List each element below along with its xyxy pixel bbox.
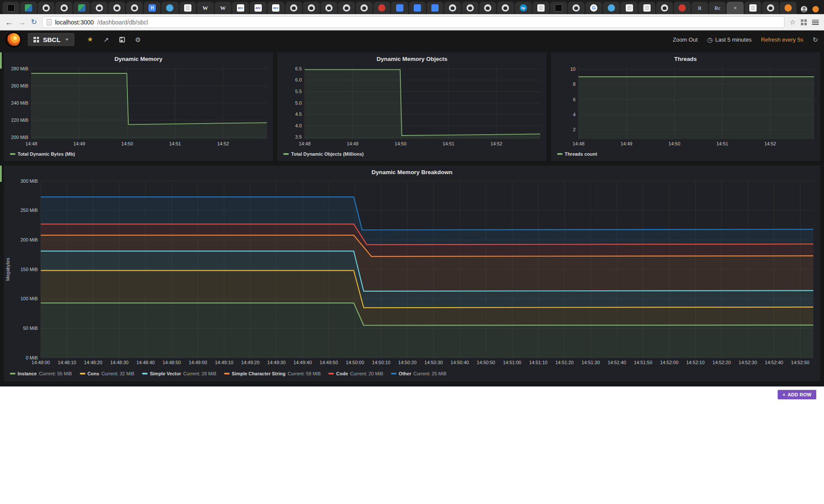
- legend-item[interactable]: InstanceCurrent: 55 MiB: [10, 371, 72, 376]
- browser-tab[interactable]: [568, 2, 585, 14]
- browser-tab[interactable]: [373, 2, 390, 14]
- browser-tab[interactable]: [479, 2, 496, 14]
- browser-tab[interactable]: [161, 2, 178, 14]
- svg-text:14:50:00: 14:50:00: [346, 360, 364, 365]
- browser-tab[interactable]: [656, 2, 673, 14]
- chart-svg[interactable]: 0 MiB50 MiB100 MiB150 MiB200 MiB250 MiB3…: [4, 177, 820, 369]
- browser-tab[interactable]: [427, 2, 443, 14]
- browser-tab[interactable]: G: [585, 2, 602, 14]
- time-range-picker[interactable]: ◷ Last 5 minutes: [707, 36, 752, 43]
- legend-color-icon: [283, 153, 289, 155]
- browser-tab[interactable]: [533, 2, 549, 14]
- svg-text:300 MiB: 300 MiB: [21, 178, 38, 184]
- browser-tab[interactable]: [179, 2, 196, 14]
- bluedoc-favicon: [396, 4, 403, 12]
- refresh-icon[interactable]: ↻: [812, 36, 818, 43]
- browser-tab[interactable]: [109, 2, 125, 14]
- reload-icon[interactable]: ↻: [31, 18, 37, 26]
- url-box[interactable]: localhost:3000 /dashboard/db/sbcl: [42, 16, 784, 28]
- browser-menu-icon[interactable]: [812, 20, 819, 25]
- browser-tab[interactable]: [409, 2, 426, 14]
- share-icon[interactable]: ↗: [103, 36, 109, 43]
- star-dashboard-icon[interactable]: ★: [87, 36, 93, 43]
- browser-tab[interactable]: [338, 2, 355, 14]
- browser-tab[interactable]: [126, 2, 143, 14]
- legend-item[interactable]: Total Dynamic Objects (Millions): [283, 151, 364, 157]
- profile-icon[interactable]: [801, 6, 807, 12]
- browser-tab[interactable]: [91, 2, 108, 14]
- browser-tab[interactable]: W: [197, 2, 214, 14]
- octocat-favicon: [290, 4, 297, 12]
- svg-text:14:51:00: 14:51:00: [503, 360, 521, 365]
- grafana-logo-icon[interactable]: [7, 33, 20, 46]
- chart-svg[interactable]: 200 MiB220 MiB240 MiB260 MiB280 MiB14:48…: [4, 63, 273, 149]
- browser-tab[interactable]: RFC: [267, 2, 284, 14]
- browser-tab[interactable]: [762, 2, 779, 14]
- refresh-interval-button[interactable]: Refresh every 5s: [761, 36, 803, 43]
- legend-series-name: Cons: [88, 371, 100, 376]
- browser-tab[interactable]: RFC: [232, 2, 249, 14]
- legend-item[interactable]: Simple VectorCurrent: 28 MiB: [142, 371, 216, 376]
- panel-title[interactable]: Dynamic Memory Breakdown: [4, 166, 820, 177]
- browser-tab[interactable]: [303, 2, 320, 14]
- add-row-button[interactable]: +ADD ROW: [778, 390, 816, 399]
- browser-tab[interactable]: [55, 2, 72, 14]
- svg-text:14:51:10: 14:51:10: [529, 360, 548, 365]
- legend-item[interactable]: ConsCurrent: 32 MiB: [80, 371, 135, 376]
- browser-tab[interactable]: [550, 2, 567, 14]
- chart-area[interactable]: 200 MiB220 MiB240 MiB260 MiB280 MiB14:48…: [4, 63, 273, 149]
- back-icon[interactable]: ←: [5, 18, 13, 26]
- dashboard-picker[interactable]: SBCL: [28, 33, 74, 46]
- octocat-favicon: [360, 4, 368, 12]
- bookmark-star-icon[interactable]: ☆: [790, 19, 796, 26]
- panel-title[interactable]: Dynamic Memory: [4, 52, 273, 63]
- browser-tab[interactable]: [444, 2, 461, 14]
- browser-tab[interactable]: [780, 2, 797, 14]
- browser-tab[interactable]: R: [691, 2, 708, 14]
- zoom-out-button[interactable]: Zoom Out: [673, 36, 698, 43]
- browser-tab[interactable]: ×: [727, 2, 743, 14]
- legend-item[interactable]: Threads count: [557, 151, 597, 157]
- extensions-icon[interactable]: [801, 19, 807, 25]
- browser-tab[interactable]: [745, 2, 761, 14]
- chart-area[interactable]: 0 MiB50 MiB100 MiB150 MiB200 MiB250 MiB3…: [4, 177, 820, 369]
- settings-gear-icon[interactable]: ⚙: [135, 36, 141, 43]
- panel-title[interactable]: Threads: [551, 52, 820, 63]
- chart-area[interactable]: 3.54.04.55.05.56.06.514:4814:4914:5014:5…: [277, 63, 546, 149]
- browser-tab[interactable]: [3, 2, 19, 14]
- save-icon[interactable]: [119, 37, 125, 42]
- browser-tab[interactable]: [356, 2, 373, 14]
- svg-text:4: 4: [573, 112, 576, 117]
- browser-tab[interactable]: [285, 2, 302, 14]
- browser-tab[interactable]: [321, 2, 337, 14]
- octocat-favicon: [113, 4, 121, 12]
- browser-tab[interactable]: [462, 2, 479, 14]
- legend-item[interactable]: CodeCurrent: 20 MiB: [328, 371, 383, 376]
- svg-text:14:52:20: 14:52:20: [712, 360, 731, 365]
- browser-tab[interactable]: [73, 2, 90, 14]
- legend-item[interactable]: OtherCurrent: 25 MiB: [391, 371, 446, 376]
- chart-svg[interactable]: 24681014:4814:4914:5014:5114:52: [551, 63, 820, 149]
- browser-tab[interactable]: [38, 2, 55, 14]
- row-toggle-top[interactable]: [0, 52, 2, 69]
- browser-tab[interactable]: [674, 2, 691, 14]
- legend-item[interactable]: Total Dynamic Bytes (Mb): [10, 151, 75, 157]
- browser-tab[interactable]: [391, 2, 408, 14]
- browser-tab[interactable]: RFC: [250, 2, 267, 14]
- browser-tab[interactable]: Rc: [709, 2, 726, 14]
- browser-tab[interactable]: [497, 2, 514, 14]
- browser-app-icon[interactable]: [812, 6, 819, 12]
- forward-icon[interactable]: →: [18, 18, 26, 26]
- panel-title[interactable]: Dynamic Memory Objects: [277, 52, 546, 63]
- browser-tab[interactable]: hp: [515, 2, 532, 14]
- legend-item[interactable]: Simple Character StringCurrent: 58 MiB: [224, 371, 321, 376]
- browser-tab[interactable]: [20, 2, 37, 14]
- chart-area[interactable]: 24681014:4814:4914:5014:5114:52: [551, 63, 820, 149]
- chart-svg[interactable]: 3.54.04.55.05.56.06.514:4814:4914:5014:5…: [277, 63, 546, 149]
- browser-tab[interactable]: [621, 2, 637, 14]
- browser-tab[interactable]: H: [144, 2, 161, 14]
- browser-tab[interactable]: [603, 2, 620, 14]
- browser-tab[interactable]: [639, 2, 655, 14]
- row-toggle-bottom[interactable]: [0, 166, 2, 182]
- browser-tab[interactable]: W: [215, 2, 231, 14]
